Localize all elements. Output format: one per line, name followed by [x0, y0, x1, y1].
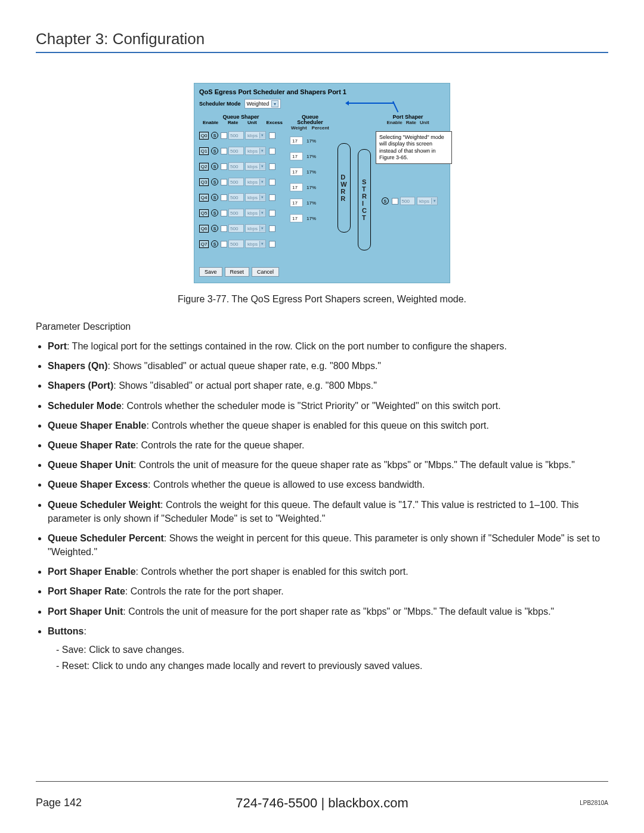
queue-shaper-enable-checkbox[interactable]	[221, 241, 227, 247]
port-shaper-rate-input[interactable]: 500	[400, 197, 416, 205]
cancel-button[interactable]: Cancel	[252, 267, 279, 277]
shaper-s-icon: S	[211, 194, 218, 201]
queue-shaper-rate-input[interactable]: 500	[228, 178, 244, 186]
parameter-item: Port Shaper Rate: Controls the rate for …	[48, 584, 608, 598]
shaper-s-icon: S	[211, 132, 218, 139]
queue-percent: 17%	[306, 138, 316, 144]
queue-shaper-unit-value: kbps	[247, 133, 258, 138]
queue-label: Q6	[199, 225, 209, 233]
queue-shaper-enable-checkbox[interactable]	[221, 132, 227, 139]
button-description: - Save: Click to save changes.	[56, 642, 608, 658]
queue-shaper-rate-input[interactable]: 500	[228, 209, 244, 217]
queue-shaper-row: Q3S500kbps▾	[199, 176, 283, 187]
queue-shaper-unit-select[interactable]: kbps▾	[245, 193, 266, 202]
port-shaper-s-icon: S	[382, 197, 389, 205]
port-shaper-section: Port Shaper Enable Rate Unit Selecting "…	[378, 114, 438, 205]
queue-shaper-rate-input[interactable]: 500	[228, 131, 244, 140]
queue-shaper-excess-checkbox[interactable]	[269, 194, 275, 201]
chevron-down-icon: ▾	[259, 194, 265, 200]
queue-shaper-unit-select[interactable]: kbps▾	[245, 131, 266, 140]
shaper-s-icon: S	[211, 178, 218, 185]
queue-weight-input[interactable]: 17	[290, 137, 303, 145]
queue-shaper-excess-checkbox[interactable]	[269, 148, 275, 154]
queue-shaper-unit-value: kbps	[247, 241, 258, 247]
chevron-down-icon: ▾	[271, 100, 278, 107]
queue-shaper-unit-select[interactable]: kbps▾	[245, 224, 266, 233]
queue-shaper-enable-checkbox[interactable]	[221, 179, 227, 185]
queue-shaper-row: Q0S500kbps▾	[199, 130, 283, 141]
queue-scheduler-heading: Queue Scheduler	[290, 114, 330, 125]
queue-label: Q7	[199, 240, 209, 248]
queue-label: Q4	[199, 194, 209, 202]
queue-shaper-unit-value: kbps	[247, 195, 258, 200]
queue-shaper-row: Q7S500kbps▾	[199, 239, 283, 249]
queue-shaper-heading: Queue Shaper	[222, 114, 259, 120]
scheduler-mode-select[interactable]: Weighted ▾	[244, 99, 281, 109]
queue-shaper-rate-input[interactable]: 500	[228, 193, 244, 202]
queue-shaper-excess-checkbox[interactable]	[269, 132, 275, 139]
queue-weight-input[interactable]: 17	[290, 168, 303, 176]
chevron-down-icon: ▾	[259, 225, 265, 231]
queue-shaper-unit-value: kbps	[247, 179, 258, 185]
queue-percent: 17%	[306, 200, 316, 206]
queue-shaper-unit-select[interactable]: kbps▾	[245, 240, 266, 248]
queue-shaper-rate-input[interactable]: 500	[228, 224, 244, 233]
queue-shaper-unit-select[interactable]: kbps▾	[245, 209, 266, 217]
chevron-down-icon: ▾	[431, 198, 437, 204]
queue-shaper-unit-select[interactable]: kbps▾	[245, 162, 266, 171]
callout-arrow	[346, 103, 394, 104]
queue-scheduler-row: 1717%	[290, 197, 330, 208]
queue-shaper-unit-select[interactable]: kbps▾	[245, 147, 266, 155]
port-shaper-unit-value: kbps	[419, 199, 429, 204]
shaper-s-icon: S	[211, 225, 218, 232]
queue-shaper-unit-select[interactable]: kbps▾	[245, 178, 266, 186]
queue-shaper-excess-checkbox[interactable]	[269, 179, 275, 185]
queue-shaper-rate-input[interactable]: 500	[228, 162, 244, 171]
queue-shaper-rate-input[interactable]: 500	[228, 240, 244, 248]
queue-weight-input[interactable]: 17	[290, 214, 303, 222]
figure-title: QoS Egress Port Scheduler and Shapers Po…	[199, 88, 445, 95]
port-shaper-unit-select[interactable]: kbps ▾	[417, 197, 438, 205]
queue-weight-input[interactable]: 17	[290, 199, 303, 207]
parameter-description-heading: Parameter Description	[36, 321, 608, 332]
dwrr-block: DWRR	[338, 143, 351, 233]
queue-shaper-excess-checkbox[interactable]	[269, 225, 275, 232]
queue-shaper-row: Q1S500kbps▾	[199, 145, 283, 156]
parameter-item: Port: The logical port for the settings …	[48, 339, 608, 353]
qs-col-unit: Unit	[247, 120, 257, 125]
queue-shaper-rate-input[interactable]: 500	[228, 147, 244, 155]
queue-shaper-section: Queue Shaper Enable Rate Unit Excess Q0S…	[199, 114, 283, 254]
queue-shaper-enable-checkbox[interactable]	[221, 194, 227, 201]
queue-shaper-excess-checkbox[interactable]	[269, 163, 275, 170]
parameter-item: Scheduler Mode: Controls whether the sch…	[48, 399, 608, 413]
footer-rule	[36, 781, 608, 782]
queue-shaper-enable-checkbox[interactable]	[221, 148, 227, 154]
queue-scheduler-row: 1717%	[290, 151, 330, 162]
reset-button[interactable]: Reset	[225, 267, 250, 277]
queue-shaper-unit-value: kbps	[247, 210, 258, 216]
qsched-col-weight: Weight	[291, 125, 307, 131]
qs-col-enable: Enable	[203, 120, 218, 125]
qs-col-rate: Rate	[228, 120, 238, 125]
queue-scheduler-row: 1717%	[290, 213, 330, 224]
queue-label: Q2	[199, 163, 209, 171]
queue-shaper-excess-checkbox[interactable]	[269, 210, 275, 216]
queue-shaper-enable-checkbox[interactable]	[221, 163, 227, 170]
chevron-down-icon: ▾	[259, 148, 265, 154]
header-rule	[36, 52, 608, 53]
ps-col-rate: Rate	[406, 120, 416, 125]
queue-shaper-enable-checkbox[interactable]	[221, 210, 227, 216]
queue-weight-input[interactable]: 17	[290, 183, 303, 191]
queue-weight-input[interactable]: 17	[290, 152, 303, 160]
queue-label: Q0	[199, 132, 209, 140]
parameter-item: Queue Shaper Enable: Controls whether th…	[48, 419, 608, 432]
queue-shaper-enable-checkbox[interactable]	[221, 225, 227, 232]
save-button[interactable]: Save	[199, 267, 222, 277]
parameter-item-buttons: Buttons:- Save: Click to save changes.- …	[48, 624, 608, 674]
strict-block: STRICT	[358, 149, 371, 250]
queue-shaper-excess-checkbox[interactable]	[269, 241, 275, 247]
scheduler-mode-value: Weighted	[247, 101, 270, 107]
port-shaper-enable-checkbox[interactable]	[392, 198, 398, 205]
parameter-item: Queue Shaper Rate: Controls the rate for…	[48, 438, 608, 452]
parameter-item: Queue Shaper Excess: Controls whether th…	[48, 478, 608, 491]
